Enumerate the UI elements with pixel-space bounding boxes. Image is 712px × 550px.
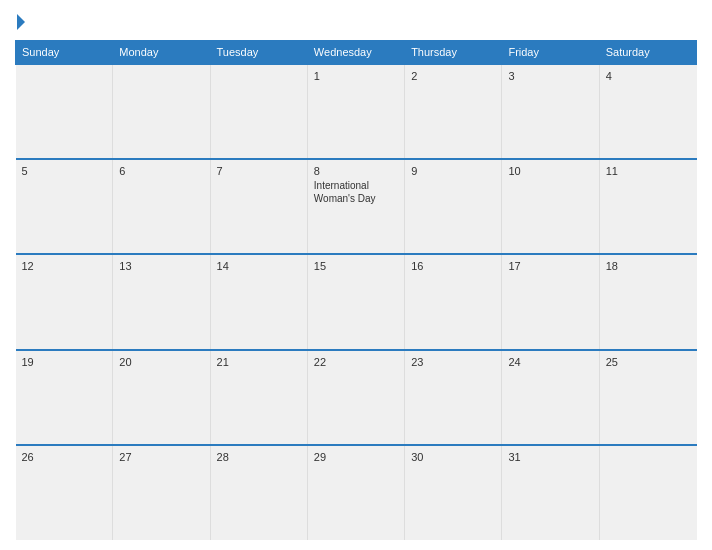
- calendar-cell: 16: [405, 254, 502, 349]
- calendar-cell: 22: [307, 350, 404, 445]
- calendar-header: [15, 10, 697, 34]
- day-number: 31: [508, 451, 592, 463]
- calendar-cell: 18: [599, 254, 696, 349]
- calendar-cell: 27: [113, 445, 210, 540]
- day-header-saturday: Saturday: [599, 41, 696, 65]
- calendar-cell: 2: [405, 64, 502, 159]
- day-number: 15: [314, 260, 398, 272]
- calendar-cell: 26: [16, 445, 113, 540]
- day-number: 22: [314, 356, 398, 368]
- calendar-cell: 14: [210, 254, 307, 349]
- day-number: 9: [411, 165, 495, 177]
- day-number: 2: [411, 70, 495, 82]
- calendar-week-3: 12131415161718: [16, 254, 697, 349]
- calendar-cell: 9: [405, 159, 502, 254]
- day-number: 25: [606, 356, 691, 368]
- day-number: 17: [508, 260, 592, 272]
- day-number: 1: [314, 70, 398, 82]
- day-number: 4: [606, 70, 691, 82]
- calendar-cell: 23: [405, 350, 502, 445]
- day-number: 13: [119, 260, 203, 272]
- day-number: 26: [22, 451, 107, 463]
- day-header-wednesday: Wednesday: [307, 41, 404, 65]
- calendar-cell: 11: [599, 159, 696, 254]
- calendar-cell: 17: [502, 254, 599, 349]
- calendar-cell: 30: [405, 445, 502, 540]
- day-header-friday: Friday: [502, 41, 599, 65]
- day-number: 6: [119, 165, 203, 177]
- calendar-cell: 25: [599, 350, 696, 445]
- event-label: International Woman's Day: [314, 179, 398, 205]
- calendar-cell: 12: [16, 254, 113, 349]
- calendar-cell: 15: [307, 254, 404, 349]
- day-number: 24: [508, 356, 592, 368]
- day-header-thursday: Thursday: [405, 41, 502, 65]
- calendar-table: SundayMondayTuesdayWednesdayThursdayFrid…: [15, 40, 697, 540]
- day-number: 21: [217, 356, 301, 368]
- day-number: 18: [606, 260, 691, 272]
- day-header-monday: Monday: [113, 41, 210, 65]
- calendar-week-5: 262728293031: [16, 445, 697, 540]
- day-number: 28: [217, 451, 301, 463]
- calendar-cell: 24: [502, 350, 599, 445]
- logo: [15, 14, 25, 30]
- day-header-sunday: Sunday: [16, 41, 113, 65]
- day-number: 7: [217, 165, 301, 177]
- calendar-cell: 4: [599, 64, 696, 159]
- day-number: 29: [314, 451, 398, 463]
- day-number: 3: [508, 70, 592, 82]
- day-number: 12: [22, 260, 107, 272]
- calendar-cell: 1: [307, 64, 404, 159]
- day-number: 27: [119, 451, 203, 463]
- calendar-header-row: SundayMondayTuesdayWednesdayThursdayFrid…: [16, 41, 697, 65]
- calendar-cell: [599, 445, 696, 540]
- calendar-cell: 20: [113, 350, 210, 445]
- day-number: 5: [22, 165, 107, 177]
- calendar-cell: 19: [16, 350, 113, 445]
- calendar-cell: 21: [210, 350, 307, 445]
- logo-triangle-icon: [17, 14, 25, 30]
- day-number: 30: [411, 451, 495, 463]
- calendar-cell: [210, 64, 307, 159]
- calendar-cell: 29: [307, 445, 404, 540]
- day-number: 23: [411, 356, 495, 368]
- calendar-week-2: 5678International Woman's Day91011: [16, 159, 697, 254]
- calendar-cell: [16, 64, 113, 159]
- day-number: 14: [217, 260, 301, 272]
- calendar-cell: [113, 64, 210, 159]
- calendar-cell: 10: [502, 159, 599, 254]
- logo-blue-row: [15, 14, 25, 30]
- calendar-week-4: 19202122232425: [16, 350, 697, 445]
- calendar-cell: 13: [113, 254, 210, 349]
- day-number: 8: [314, 165, 398, 177]
- day-header-tuesday: Tuesday: [210, 41, 307, 65]
- calendar-week-1: 1234: [16, 64, 697, 159]
- day-number: 20: [119, 356, 203, 368]
- day-number: 11: [606, 165, 691, 177]
- calendar-cell: 7: [210, 159, 307, 254]
- calendar-body: 12345678International Woman's Day9101112…: [16, 64, 697, 540]
- calendar-cell: 31: [502, 445, 599, 540]
- day-number: 19: [22, 356, 107, 368]
- calendar-cell: 3: [502, 64, 599, 159]
- calendar-cell: 28: [210, 445, 307, 540]
- calendar-cell: 6: [113, 159, 210, 254]
- day-number: 16: [411, 260, 495, 272]
- calendar-cell: 8International Woman's Day: [307, 159, 404, 254]
- day-number: 10: [508, 165, 592, 177]
- calendar-cell: 5: [16, 159, 113, 254]
